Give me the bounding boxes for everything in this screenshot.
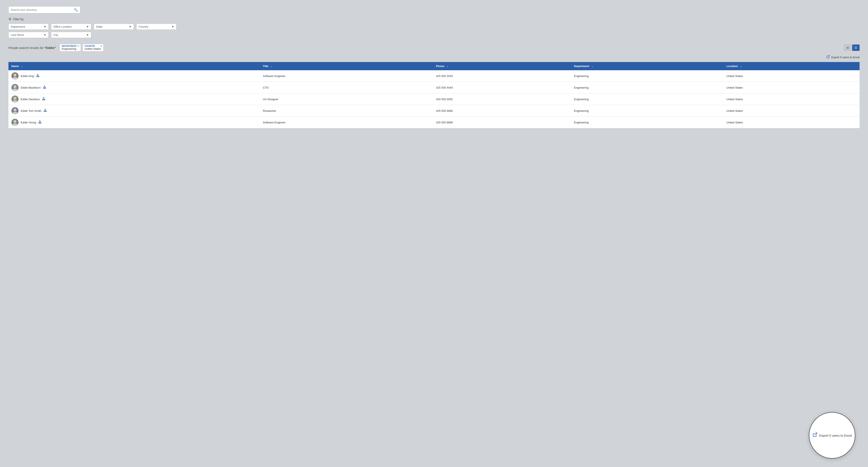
svg-rect-47 xyxy=(39,121,40,121)
col-phone[interactable]: Phone ⌄ xyxy=(433,62,571,70)
phone-cell-3: 425 555 5555 xyxy=(433,94,571,105)
phone-cell-2: 425 555 4444 xyxy=(433,82,571,94)
dept-cell-3: Engineering xyxy=(571,94,723,105)
svg-point-13 xyxy=(12,89,18,91)
export-top-link[interactable]: Export 5 users to Excel xyxy=(8,55,860,60)
title-cell-1: Software Engineer xyxy=(260,70,433,82)
svg-rect-50 xyxy=(40,123,41,123)
list-view-button[interactable]: ☰ xyxy=(852,44,860,51)
svg-rect-15 xyxy=(43,88,44,89)
person-name-3: Eddie Davidson xyxy=(21,98,40,101)
location-sort-icon: ⌄ xyxy=(740,65,742,67)
location-cell-2: United States xyxy=(723,82,860,94)
svg-line-56 xyxy=(815,433,817,435)
avatar-1 xyxy=(11,72,19,79)
location-cell-1: United States xyxy=(723,70,860,82)
org-chart-icon-3[interactable] xyxy=(42,97,45,101)
title-cell-5: Software Engineer xyxy=(260,116,433,128)
svg-rect-6 xyxy=(38,76,39,77)
search-box: 🔍 xyxy=(8,6,80,13)
dept-cell-2: Engineering xyxy=(571,82,723,94)
state-dropdown[interactable]: State ▼ xyxy=(94,24,134,30)
svg-point-24 xyxy=(12,100,18,103)
person-name-2: Eddie Blackburn xyxy=(21,86,41,89)
table-row: Eddie King Software Engineer425 555 3333… xyxy=(8,70,860,82)
svg-rect-3 xyxy=(37,74,38,75)
office-location-label: Office Location xyxy=(53,25,71,28)
callout-export-icon xyxy=(812,432,817,438)
name-cell-4: Eddie Tom Smith xyxy=(8,105,260,116)
phone-sort-icon: ⌄ xyxy=(446,65,448,67)
dept-sort-icon: ⌄ xyxy=(591,65,593,67)
dept-filter-close[interactable]: ✕ xyxy=(78,45,80,48)
org-chart-icon-1[interactable] xyxy=(36,74,39,78)
last-name-dropdown[interactable]: Last Name ▼ xyxy=(8,32,49,38)
country-filter-value: United States xyxy=(85,47,102,51)
results-prefix: People search results for xyxy=(8,46,43,49)
department-arrow: ▼ xyxy=(43,25,46,28)
department-dropdown[interactable]: Department ▼ xyxy=(8,24,49,30)
results-header: People search results for "Eddie" Depart… xyxy=(8,44,860,52)
table-header-row: Name ⌄ Title ⌄ Phone ⌄ Department ⌄ Loca… xyxy=(8,62,860,70)
svg-point-46 xyxy=(12,123,18,126)
view-toggle: ⊞ ☰ xyxy=(844,44,860,51)
grid-view-button[interactable]: ⊞ xyxy=(844,44,851,51)
svg-rect-27 xyxy=(43,100,44,100)
name-cell-5: Eddie Young xyxy=(8,116,260,128)
avatar-3 xyxy=(11,96,19,103)
search-input[interactable] xyxy=(11,8,74,11)
country-dropdown[interactable]: Country ▼ xyxy=(136,24,177,30)
filter-row-2: Last Name ▼ City ▼ xyxy=(8,32,860,38)
avatar-5 xyxy=(11,119,19,126)
org-chart-icon-2[interactable] xyxy=(43,86,46,90)
title-cell-3: UX Designer xyxy=(260,94,433,105)
office-location-dropdown[interactable]: Office Location ▼ xyxy=(51,24,91,30)
dept-cell-1: Engineering xyxy=(571,70,723,82)
filter-icon: ⚙ xyxy=(8,17,11,21)
city-dropdown[interactable]: City ▼ xyxy=(51,32,91,38)
svg-rect-26 xyxy=(42,100,43,100)
callout-export-label: Export 5 users to Excel xyxy=(819,434,852,437)
office-location-arrow: ▼ xyxy=(86,25,89,28)
city-label: City xyxy=(53,33,58,36)
filter-label: Filter by: xyxy=(13,18,25,21)
dept-filter-label: Department xyxy=(62,45,79,47)
dept-filter-value: Engineering xyxy=(62,47,79,51)
col-department[interactable]: Department ⌄ xyxy=(571,62,723,70)
col-title[interactable]: Title ⌄ xyxy=(260,62,433,70)
country-filter-close[interactable]: ✕ xyxy=(100,45,102,48)
svg-point-23 xyxy=(13,97,17,100)
table-row: Eddie Tom Smith Reseacher425 555 6666Eng… xyxy=(8,105,860,116)
results-query: "Eddie" xyxy=(44,46,56,49)
filter-rows: Department ▼ Office Location ▼ State ▼ C… xyxy=(8,24,860,38)
results-table: Name ⌄ Title ⌄ Phone ⌄ Department ⌄ Loca… xyxy=(8,62,860,128)
dept-active-filter: Department Engineering ✕ xyxy=(60,44,81,52)
filter-row-1: Department ▼ Office Location ▼ State ▼ C… xyxy=(8,24,860,30)
last-name-arrow: ▼ xyxy=(43,33,46,36)
search-button[interactable]: 🔍 xyxy=(74,8,78,12)
dept-cell-4: Engineering xyxy=(571,105,723,116)
active-filters: Department Engineering ✕ Country United … xyxy=(60,44,104,52)
svg-rect-16 xyxy=(44,88,45,89)
table-row: Eddie Blackburn CTO425 555 4444Engineeri… xyxy=(8,82,860,94)
col-name[interactable]: Name ⌄ xyxy=(8,62,260,70)
table-row: Eddie Davidson UX Designer425 555 5555En… xyxy=(8,94,860,105)
org-chart-icon-4[interactable] xyxy=(43,109,47,113)
location-cell-5: United States xyxy=(723,116,860,128)
filter-header: ⚙ Filter by: xyxy=(8,17,860,21)
person-name-4: Eddie Tom Smith xyxy=(21,109,41,112)
results-section: People search results for "Eddie" Depart… xyxy=(8,44,860,128)
svg-point-1 xyxy=(13,74,17,76)
org-chart-icon-5[interactable] xyxy=(38,120,41,125)
dept-cell-5: Engineering xyxy=(571,116,723,128)
svg-rect-38 xyxy=(45,111,45,112)
phone-cell-5: 425 555 8888 xyxy=(433,116,571,128)
svg-point-35 xyxy=(12,112,18,114)
svg-rect-25 xyxy=(43,97,44,98)
col-location[interactable]: Location ⌄ xyxy=(723,62,860,70)
callout-export-link[interactable]: Export 5 users to Excel xyxy=(812,432,852,438)
title-sort-icon: ⌄ xyxy=(270,65,272,67)
svg-point-45 xyxy=(13,120,17,123)
country-label: Country xyxy=(139,25,148,28)
callout-circle: Export 5 users to Excel xyxy=(809,412,855,459)
